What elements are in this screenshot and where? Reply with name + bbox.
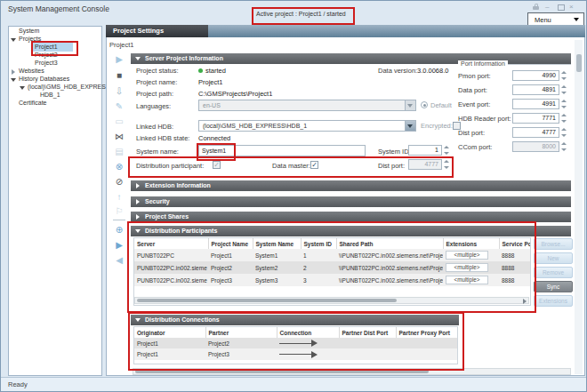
languages-dropdown[interactable]: en-US (198, 100, 416, 111)
status-ok-icon (198, 68, 203, 73)
default-radio[interactable] (421, 101, 428, 108)
hdb-reader-port-spinner[interactable] (560, 113, 567, 124)
data-port-input[interactable]: 4891 (512, 84, 559, 95)
section-distribution-participants[interactable]: Distribution Participants (131, 226, 571, 236)
col-originator[interactable]: Originator (134, 327, 205, 338)
tree-item-certificate[interactable]: Certificate (19, 100, 47, 106)
expander-down-icon[interactable] (20, 86, 25, 90)
table-row[interactable]: PUNBT022PC Project1 System1 1 \\PUNBT022… (134, 249, 530, 261)
tree-item-system[interactable]: System (19, 28, 39, 34)
tree-item-project1[interactable]: Project1 (35, 44, 58, 50)
browse-button[interactable]: Browse... (534, 238, 573, 250)
tree-item-project2[interactable]: Project2 (35, 52, 58, 58)
next-icon[interactable]: ▶ (110, 238, 128, 252)
event-port-spinner[interactable] (560, 99, 567, 109)
pin-icon[interactable]: ⚐ (110, 204, 128, 218)
section-title: Project Shares (145, 213, 189, 220)
data-port-spinner[interactable] (560, 84, 567, 95)
new-button[interactable]: New (534, 252, 573, 264)
dropdown-arrow-icon[interactable] (405, 121, 415, 131)
col-shared-path[interactable]: Shared Path (336, 238, 443, 249)
table-row[interactable]: PUNBT022PC.in002.sieme Project3 System3 … (134, 274, 530, 286)
col-connection[interactable]: Connection (277, 327, 339, 338)
tree-item-project3[interactable]: Project3 (35, 60, 58, 66)
project-name-label: Project name: (136, 78, 177, 86)
dist-port-info-input[interactable]: 4777 (512, 127, 559, 138)
tree-item-projects[interactable]: Projects (19, 36, 41, 42)
start-project-icon[interactable]: ▶ (110, 52, 128, 66)
extensions-cell-input[interactable]: <multiple> (446, 251, 488, 260)
import-project-icon[interactable]: ⇩ (110, 84, 128, 98)
tree-item-hdb1[interactable]: HDB_1 (40, 92, 60, 98)
dist-port-spinner[interactable] (443, 159, 450, 170)
edit-display-icon[interactable]: ▭ (110, 115, 128, 128)
stop-project-icon[interactable]: ■ (110, 68, 128, 82)
upload-icon[interactable]: ↑ (110, 190, 128, 204)
participants-hscrollbar[interactable] (134, 297, 529, 304)
dist-port-input[interactable]: 4777 (408, 159, 442, 170)
col-system-name[interactable]: System Name (253, 238, 301, 249)
close-project-icon[interactable]: ⊗ (110, 160, 128, 173)
section-extension-information[interactable]: Extension Information (131, 180, 571, 191)
project-name-value: Project1 (198, 78, 223, 86)
col-service-port[interactable]: Service Po (499, 238, 530, 249)
event-port-input[interactable]: 4991 (512, 99, 559, 109)
tree-item-gms-hdb-express[interactable]: (local)\GMS_HDB_EXPRESS (28, 84, 110, 90)
section-project-shares[interactable]: Project Shares (131, 212, 571, 222)
col-partner[interactable]: Partner (205, 327, 277, 338)
section-title: Extension Information (145, 182, 211, 188)
expander-right-icon[interactable] (12, 69, 15, 75)
system-id-spinner[interactable] (443, 145, 450, 156)
close-button[interactable]: × (569, 3, 574, 11)
pmon-port-input[interactable]: 4990 (512, 70, 559, 81)
edit-project-icon[interactable]: ✎ (110, 100, 128, 113)
ccom-port-spinner[interactable] (560, 141, 567, 152)
collapse-icon (135, 229, 141, 233)
scroll-right-icon[interactable] (523, 299, 527, 304)
expander-down-icon[interactable] (11, 38, 16, 42)
section-security[interactable]: Security (131, 196, 571, 207)
remove-button[interactable]: Remove (534, 267, 573, 278)
tab-project-settings[interactable]: Project Settings (106, 25, 208, 37)
extensions-cell-input[interactable]: <multiple> (446, 263, 488, 272)
panel-hscrollbar[interactable] (133, 368, 571, 375)
expander-down-icon[interactable] (11, 78, 16, 82)
dropdown-arrow-icon[interactable] (405, 100, 415, 110)
col-server[interactable]: Server (134, 238, 208, 249)
tree-item-websites[interactable]: Websites (19, 68, 44, 74)
system-name-input[interactable]: System1 (198, 145, 366, 156)
col-project-name[interactable]: Project Name (208, 238, 253, 249)
col-partner-proxy-port[interactable]: Partner Proxy Port (396, 327, 457, 338)
table-row[interactable]: Project1 Project2 (134, 338, 457, 348)
col-extensions[interactable]: Extensions (443, 238, 499, 249)
previous-icon[interactable]: ◀ (110, 253, 128, 267)
minimize-button[interactable]: – (545, 3, 549, 11)
add-icon[interactable]: ⊕ (110, 223, 128, 236)
dist-port-info-spinner[interactable] (560, 127, 567, 138)
tree-item-history-databases[interactable]: History Databases (19, 76, 69, 82)
remove-distribution-icon[interactable]: ⊘ (110, 175, 128, 188)
sync-button[interactable]: Sync (534, 281, 573, 292)
col-partner-dist-port[interactable]: Partner Dist Port (339, 327, 396, 338)
extensions-button[interactable]: Extensions (534, 295, 573, 307)
port-information-title: Port Information (458, 60, 508, 67)
project-status-label: Project status: (136, 67, 179, 75)
data-master-checkbox[interactable]: ✓ (310, 161, 318, 169)
section-distribution-connections[interactable]: Distribution Connections (131, 315, 459, 325)
col-system-id[interactable]: System ID (301, 238, 336, 249)
table-row[interactable]: Project1 Project3 (134, 348, 457, 359)
table-row[interactable]: PUNBT022PC.in002.sieme Project2 System2 … (134, 261, 530, 274)
ccom-port-input[interactable]: 8000 (512, 141, 559, 152)
data-master-label: Data master: (272, 162, 310, 170)
linked-hdb-dropdown[interactable]: (local)\GMS_HDB_EXPRESS\HDB_1 (198, 120, 416, 132)
system-id-input[interactable]: 1 (408, 145, 442, 156)
distribution-participant-checkbox[interactable]: ✓ (213, 161, 221, 169)
extensions-cell-input[interactable]: <multiple> (446, 276, 488, 284)
save-icon[interactable]: ▤ (110, 145, 128, 158)
maximize-button[interactable] (558, 4, 565, 11)
pmon-port-spinner[interactable] (560, 70, 567, 81)
hdb-reader-port-input[interactable]: 7771 (512, 113, 559, 124)
menu-dropdown[interactable]: Menu (527, 12, 584, 26)
distribution-icon[interactable]: ⋈ (110, 130, 128, 143)
vertical-scrollbar[interactable] (575, 40, 583, 374)
